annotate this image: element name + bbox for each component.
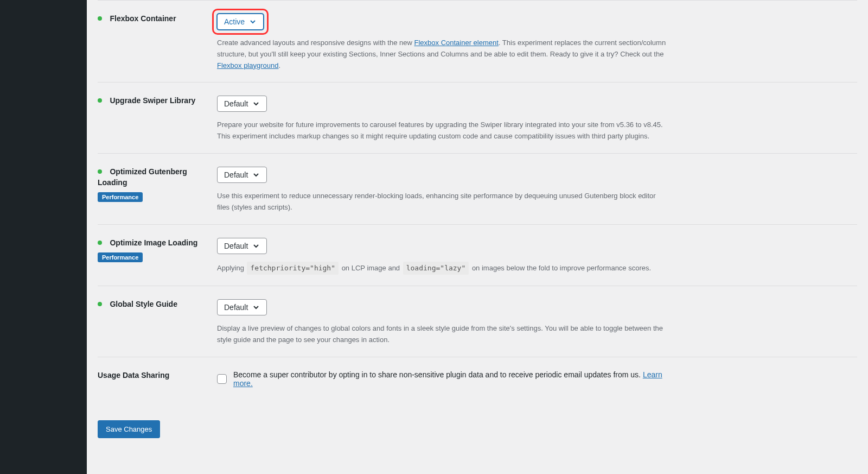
usage-data-checkbox[interactable] — [217, 374, 227, 384]
chevron-down-icon — [252, 304, 260, 311]
flexbox-playground-link[interactable]: Flexbox playground — [217, 61, 278, 69]
status-indicator-icon — [98, 241, 102, 245]
performance-badge: Performance — [98, 192, 143, 202]
optimized-gutenberg-select[interactable]: Default — [217, 167, 267, 183]
setting-content: Default Applying fetchpriority="high" on… — [217, 238, 667, 275]
setting-content: Default Display a live preview of change… — [217, 299, 667, 346]
setting-content: Become a super contributor by opting in … — [217, 370, 667, 388]
setting-title: Optimized Gutenberg Loading — [98, 167, 187, 187]
code-snippet: loading="lazy" — [403, 262, 469, 275]
main-content: Flexbox Container Active Create advanced… — [87, 0, 868, 474]
select-value: Default — [224, 170, 248, 179]
select-value: Default — [224, 303, 248, 312]
select-value: Default — [224, 99, 248, 108]
select-value: Default — [224, 242, 248, 250]
setting-label: Optimized Gutenberg Loading Performance — [98, 167, 217, 213]
setting-description: Create advanced layouts and responsive d… — [217, 37, 667, 71]
status-indicator-icon — [98, 169, 102, 174]
setting-description: Display a live preview of changes to glo… — [217, 323, 667, 346]
setting-description: Applying fetchpriority="high" on LCP ima… — [217, 262, 667, 275]
flexbox-container-element-link[interactable]: Flexbox Container element — [414, 39, 499, 47]
setting-label: Global Style Guide — [98, 299, 217, 346]
setting-label: Usage Data Sharing — [98, 370, 217, 388]
setting-label: Optimize Image Loading Performance — [98, 238, 217, 275]
code-snippet: fetchpriority="high" — [247, 262, 339, 275]
chevron-down-icon — [252, 242, 260, 250]
chevron-down-icon — [252, 171, 260, 179]
setting-content: Active Create advanced layouts and respo… — [217, 14, 667, 71]
setting-row-optimized-gutenberg: Optimized Gutenberg Loading Performance … — [98, 153, 857, 224]
setting-label: Upgrade Swiper Library — [98, 96, 217, 142]
global-style-guide-select[interactable]: Default — [217, 299, 267, 315]
setting-content: Default Prepare your website for future … — [217, 96, 667, 142]
status-indicator-icon — [98, 98, 102, 103]
setting-row-usage-data: Usage Data Sharing Become a super contri… — [98, 357, 857, 399]
performance-badge: Performance — [98, 252, 143, 262]
chevron-down-icon — [249, 18, 257, 26]
save-changes-wrap: Save Changes — [98, 420, 857, 438]
setting-row-upgrade-swiper: Upgrade Swiper Library Default Prepare y… — [98, 82, 857, 153]
setting-description: Prepare your website for future improvem… — [217, 119, 667, 142]
setting-title: Optimize Image Loading — [110, 238, 197, 247]
admin-sidebar — [0, 0, 87, 474]
flexbox-container-select[interactable]: Active — [217, 14, 264, 30]
setting-title: Usage Data Sharing — [98, 371, 169, 380]
setting-row-flexbox-container: Flexbox Container Active Create advanced… — [98, 0, 857, 82]
status-indicator-icon — [98, 16, 102, 21]
chevron-down-icon — [252, 100, 260, 108]
setting-description: Use this experiment to reduce unnecessar… — [217, 191, 667, 213]
setting-label: Flexbox Container — [98, 14, 217, 71]
setting-title: Upgrade Swiper Library — [110, 96, 195, 105]
optimize-image-select[interactable]: Default — [217, 238, 267, 254]
upgrade-swiper-select[interactable]: Default — [217, 96, 267, 112]
select-wrapper: Active — [217, 14, 264, 30]
setting-title: Global Style Guide — [110, 300, 177, 308]
setting-row-global-style-guide: Global Style Guide Default Display a liv… — [98, 286, 857, 357]
save-changes-button[interactable]: Save Changes — [98, 420, 160, 438]
select-value: Active — [224, 17, 245, 26]
setting-row-optimize-image: Optimize Image Loading Performance Defau… — [98, 224, 857, 286]
setting-title: Flexbox Container — [110, 14, 176, 23]
setting-content: Default Use this experiment to reduce un… — [217, 167, 667, 213]
checkbox-label: Become a super contributor by opting in … — [233, 370, 667, 388]
status-indicator-icon — [98, 302, 102, 306]
